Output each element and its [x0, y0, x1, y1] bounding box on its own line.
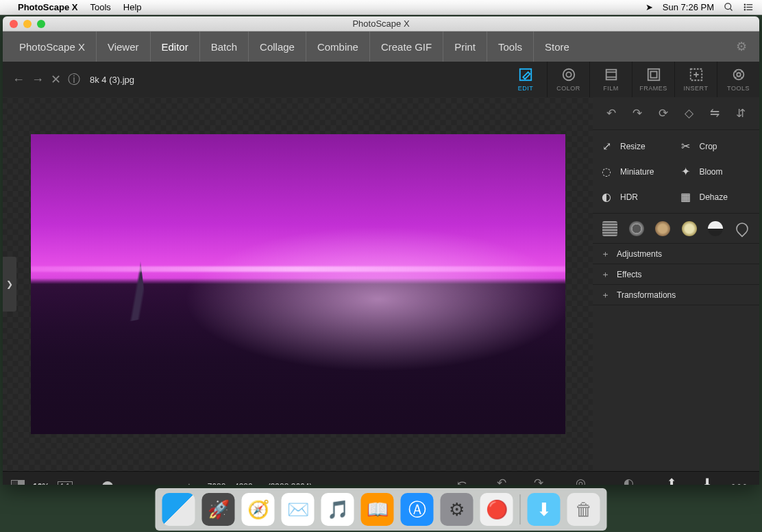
more-menu-button[interactable]: ••• [728, 479, 751, 485]
macos-dock: 🚀 🧭 ✉️ 🎵 📖 Ⓐ ⚙ 🔴 ⬇ 🗑 [156, 488, 607, 531]
menu-help[interactable]: Help [123, 2, 142, 12]
dock-safari[interactable]: 🧭 [242, 493, 275, 526]
tab-viewer[interactable]: Viewer [96, 31, 150, 62]
save-icon: ⬇ [702, 476, 712, 485]
svg-rect-14 [648, 69, 659, 81]
tool-hdr[interactable]: ◐HDR [600, 190, 674, 203]
preset-circle-2[interactable] [655, 221, 670, 236]
dock-downloads[interactable]: ⬇ [528, 493, 561, 526]
undo-button[interactable]: ↶UNDO [487, 476, 516, 485]
redo-button[interactable]: ↷REDO [524, 476, 552, 485]
main-nav-tabs: PhotoScape X Viewer Editor Batch Collage… [3, 31, 759, 62]
dock-mail[interactable]: ✉️ [282, 493, 315, 526]
svg-point-9 [563, 69, 574, 81]
menubar-cursor-icon[interactable]: ➤ [646, 2, 653, 12]
dock-launchpad[interactable]: 🚀 [202, 493, 235, 526]
straighten-icon[interactable]: ◇ [685, 106, 693, 121]
nav-forward-icon[interactable]: → [32, 73, 44, 87]
dock-itunes[interactable]: 🎵 [321, 493, 354, 526]
tool-crop[interactable]: ✂Crop [679, 140, 753, 153]
zoom-out-button[interactable]: − [81, 481, 87, 485]
crop-icon: ✂ [679, 140, 693, 153]
cursor-position: (3928,3664) [268, 482, 312, 485]
editor-toolbar: ← → ✕ ⓘ 8k 4 (3).jpg EDIT COLOR FILM FRA… [3, 62, 759, 97]
edited-image[interactable] [31, 134, 565, 434]
compare-button[interactable]: ◐COMPARE [609, 476, 649, 485]
nav-back-icon[interactable]: ← [12, 73, 25, 87]
plus-icon: ＋ [601, 248, 610, 260]
rotate-right-icon[interactable]: ↷ [632, 106, 642, 121]
dock-appstore[interactable]: Ⓐ [401, 493, 434, 526]
tool-miniature[interactable]: ◌Miniature [600, 165, 674, 178]
dock-system-preferences[interactable]: ⚙ [441, 493, 474, 526]
open-button[interactable]: ⬆OPEN [658, 476, 686, 485]
accordion-transformations[interactable]: ＋Transformations [593, 285, 759, 305]
preset-circle-3[interactable] [682, 221, 697, 236]
resize-icon: ⤢ [600, 140, 613, 153]
flip-vertical-icon[interactable]: ⇵ [736, 106, 746, 121]
category-film[interactable]: FILM [589, 62, 632, 97]
original-button[interactable]: ◎ORIGINAL [561, 476, 600, 485]
edit-panel: ↶ ↷ ⟳ ◇ ⇋ ⇵ ⤢Resize ✂Crop ◌Miniature ✦Bl… [593, 97, 759, 471]
dock-ibooks[interactable]: 📖 [361, 493, 394, 526]
preset-lines-icon[interactable] [602, 221, 617, 236]
zoom-actual-button[interactable]: 1:1 [58, 481, 73, 485]
tool-dehaze[interactable]: ▦Dehaze [679, 190, 753, 203]
sidebar-expand-handle[interactable]: ❯ [3, 257, 16, 312]
window-title: PhotoScape X [3, 18, 759, 29]
spotlight-icon[interactable] [724, 2, 734, 12]
tools-icon [731, 67, 746, 82]
background-toggle-icon[interactable] [11, 480, 25, 485]
accordion-effects[interactable]: ＋Effects [593, 264, 759, 285]
window-titlebar[interactable]: PhotoScape X [3, 16, 759, 31]
frames-icon [646, 67, 661, 82]
category-frames[interactable]: FRAMES [632, 62, 674, 97]
info-icon[interactable]: ⓘ [68, 71, 80, 88]
insert-icon [689, 67, 704, 82]
compare-icon: ◐ [624, 476, 634, 485]
tab-batch[interactable]: Batch [199, 31, 248, 62]
dock-trash[interactable]: 🗑 [567, 493, 600, 526]
canvas-area[interactable]: ❯ [3, 97, 593, 471]
tool-bloom[interactable]: ✦Bloom [679, 165, 753, 178]
zoom-slider-thumb[interactable] [102, 481, 113, 485]
preset-drop-icon[interactable] [733, 220, 750, 237]
status-bar: 10% 1:1 − + 7680 x 4320 (3928,3664) ⤺REV… [3, 471, 759, 485]
tab-tools[interactable]: Tools [487, 31, 533, 62]
revert-button[interactable]: ⤺REVERT [444, 476, 479, 485]
tab-photoscapex[interactable]: PhotoScape X [8, 31, 96, 62]
category-tools[interactable]: TOOLS [717, 62, 759, 97]
tab-creategif[interactable]: Create GIF [369, 31, 443, 62]
tab-combine[interactable]: Combine [306, 31, 369, 62]
category-color[interactable]: COLOR [547, 62, 589, 97]
dock-finder[interactable] [162, 493, 195, 526]
rotate-left-icon[interactable]: ↶ [606, 106, 616, 121]
nav-close-icon[interactable]: ✕ [51, 72, 61, 87]
open-icon: ⬆ [667, 476, 676, 485]
preset-circle-1[interactable] [629, 221, 644, 236]
tab-collage[interactable]: Collage [248, 31, 306, 62]
svg-point-7 [744, 10, 745, 10]
dehaze-icon: ▦ [679, 190, 693, 203]
menubar-clock[interactable]: Sun 7:26 PM [663, 2, 714, 12]
menubar-list-icon[interactable] [743, 2, 754, 12]
zoom-in-button[interactable]: + [186, 481, 192, 485]
menu-tools[interactable]: Tools [90, 2, 110, 12]
menubar-app-name[interactable]: PhotoScape X [18, 2, 77, 12]
tab-editor[interactable]: Editor [150, 31, 199, 62]
svg-point-10 [566, 72, 571, 77]
category-edit[interactable]: EDIT [504, 62, 547, 97]
flip-horizontal-icon[interactable]: ⇋ [710, 106, 720, 121]
tab-print[interactable]: Print [443, 31, 487, 62]
dock-photoscape[interactable]: 🔴 [480, 493, 513, 526]
rotate-90-icon[interactable]: ⟳ [659, 106, 668, 121]
preset-circle-4[interactable] [708, 221, 723, 236]
save-button[interactable]: ⬇SAVE [693, 476, 720, 485]
category-insert[interactable]: INSERT [674, 62, 717, 97]
tool-resize[interactable]: ⤢Resize [600, 140, 674, 153]
zoom-level[interactable]: 10% [33, 482, 49, 485]
accordion-adjustments[interactable]: ＋Adjustments [593, 244, 759, 264]
settings-gear-icon[interactable]: ⚙ [729, 39, 754, 54]
tab-store[interactable]: Store [533, 31, 580, 62]
current-filename: 8k 4 (3).jpg [90, 75, 134, 85]
